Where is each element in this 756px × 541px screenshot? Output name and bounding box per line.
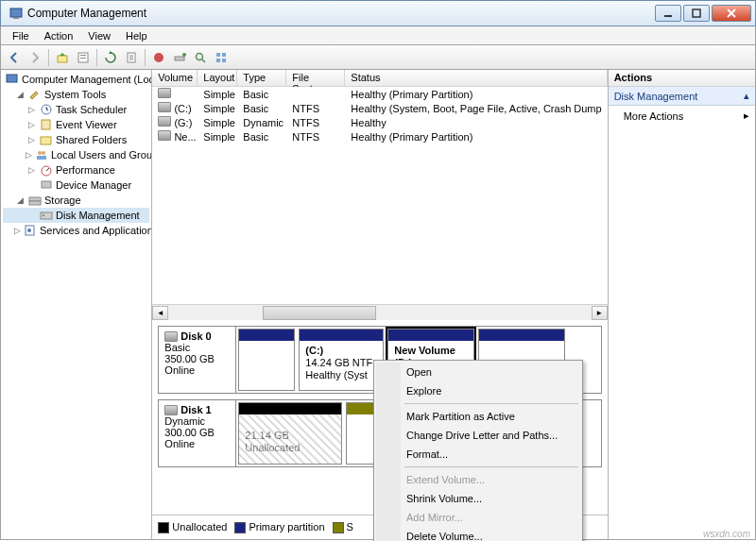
navigation-tree: Computer Management (Local ◢ System Tool… <box>1 70 152 539</box>
settings-button[interactable] <box>170 48 189 67</box>
tree-task-scheduler[interactable]: ▷ Task Scheduler <box>3 102 149 117</box>
cm-format[interactable]: Format... <box>376 445 580 464</box>
svg-rect-27 <box>29 201 41 205</box>
back-button[interactable] <box>5 48 24 67</box>
expander-icon[interactable]: ▷ <box>26 135 37 144</box>
disk-icon <box>164 405 178 415</box>
find-button[interactable] <box>191 48 210 67</box>
minimize-button[interactable] <box>655 5 681 22</box>
disk-header[interactable]: Disk 1 Dynamic 300.00 GB Online <box>159 400 236 466</box>
forward-button[interactable] <box>26 48 44 67</box>
menu-action[interactable]: Action <box>37 28 81 43</box>
tree-system-tools[interactable]: ◢ System Tools <box>3 87 149 102</box>
expander-icon[interactable]: ▷ <box>14 226 21 235</box>
expander-icon[interactable]: ▷ <box>26 120 37 129</box>
volume-row[interactable]: Simple Basic Healthy (Primary Partition) <box>152 87 607 101</box>
tree-performance[interactable]: ▷ Performance <box>3 162 149 178</box>
swatch-unallocated <box>158 522 169 533</box>
horizontal-scrollbar[interactable]: ◄ ► <box>152 304 607 320</box>
menu-file[interactable]: File <box>5 28 37 43</box>
disk-header[interactable]: Disk 0 Basic 350.00 GB Online <box>159 327 236 393</box>
expander-icon[interactable]: ▷ <box>26 105 37 114</box>
col-volume[interactable]: Volume <box>152 70 198 86</box>
wrench-icon <box>27 88 43 101</box>
col-layout[interactable]: Layout <box>198 70 237 86</box>
svg-rect-2 <box>664 15 672 17</box>
svg-point-11 <box>182 53 186 57</box>
context-menu: Open Explore Mark Partition as Active Ch… <box>373 360 583 541</box>
properties-button[interactable] <box>74 48 93 67</box>
drive-icon <box>158 102 171 112</box>
volume-row[interactable]: Ne... Simple Basic NTFS Healthy (Primary… <box>152 129 607 144</box>
tree-storage[interactable]: ◢ Storage <box>3 193 149 208</box>
tree-local-users[interactable]: ▷ Local Users and Groups <box>3 147 149 162</box>
partition[interactable] <box>238 329 295 391</box>
cm-open[interactable]: Open <box>376 363 580 381</box>
svg-point-21 <box>38 151 42 155</box>
drive-icon <box>158 116 171 127</box>
svg-point-9 <box>154 53 163 62</box>
tree-shared-folders[interactable]: ▷ Shared Folders <box>3 132 149 147</box>
svg-rect-23 <box>37 156 46 160</box>
svg-rect-3 <box>693 9 700 17</box>
scroll-right-button[interactable]: ► <box>592 306 608 320</box>
cm-add-mirror: Add Mirror... <box>376 508 580 527</box>
cm-explore[interactable]: Explore <box>376 381 580 400</box>
tree-disk-management[interactable]: Disk Management <box>3 208 149 223</box>
menu-bar: File Action View Help <box>0 26 756 45</box>
svg-rect-13 <box>216 53 220 57</box>
tree-root[interactable]: Computer Management (Local <box>3 72 149 87</box>
partition[interactable]: (C:)14.24 GB NTFHealthy (Syst <box>299 329 384 391</box>
actions-header: Actions <box>609 70 755 87</box>
svg-rect-19 <box>42 120 50 129</box>
tree-services[interactable]: ▷ Services and Applications <box>3 223 149 238</box>
swatch-primary <box>234 522 246 533</box>
scroll-left-button[interactable]: ◄ <box>152 306 168 320</box>
disk-icon <box>39 209 54 222</box>
actions-more[interactable]: More Actions ▸ <box>609 106 755 126</box>
volume-row[interactable]: (G:) Simple Dynamic NTFS Healthy <box>152 115 607 129</box>
close-button[interactable] <box>712 5 751 22</box>
cm-mark-active[interactable]: Mark Partition as Active <box>376 407 580 426</box>
svg-rect-20 <box>41 137 51 144</box>
maximize-button[interactable] <box>683 5 710 22</box>
col-status[interactable]: Status <box>345 70 607 86</box>
expander-icon[interactable]: ▷ <box>26 165 37 175</box>
expander-icon[interactable]: ◢ <box>14 90 26 99</box>
help-button[interactable] <box>149 48 168 67</box>
actions-group[interactable]: Disk Management ▴ <box>609 87 755 106</box>
menu-help[interactable]: Help <box>118 28 155 43</box>
svg-rect-16 <box>222 59 226 62</box>
up-button[interactable] <box>53 48 72 67</box>
partition-unallocated[interactable]: 21.14 GBUnallocated <box>238 402 342 465</box>
svg-point-22 <box>42 151 45 155</box>
window-title: Computer Management <box>27 7 655 20</box>
col-filesystem[interactable]: File System <box>286 70 345 86</box>
folder-icon <box>39 133 54 146</box>
performance-icon <box>39 163 54 177</box>
cm-shrink[interactable]: Shrink Volume... <box>376 489 580 508</box>
tree-event-viewer[interactable]: ▷ Event Viewer <box>3 117 149 132</box>
export-button[interactable] <box>122 48 141 67</box>
drive-icon <box>158 130 171 141</box>
scroll-thumb[interactable] <box>263 306 376 320</box>
svg-rect-14 <box>222 53 226 57</box>
tree-device-manager[interactable]: Device Manager <box>3 178 149 193</box>
volume-row[interactable]: (C:) Simple Basic NTFS Healthy (System, … <box>152 101 607 115</box>
svg-rect-0 <box>10 8 22 17</box>
cm-delete[interactable]: Delete Volume... <box>376 527 580 541</box>
svg-point-31 <box>27 228 31 232</box>
expander-icon[interactable]: ▷ <box>26 150 32 160</box>
options-button[interactable] <box>212 48 231 67</box>
collapse-icon: ▴ <box>744 90 749 102</box>
users-icon <box>34 148 49 161</box>
col-type[interactable]: Type <box>237 70 286 86</box>
watermark: wsxdn.com <box>703 529 750 539</box>
menu-view[interactable]: View <box>80 28 118 43</box>
expander-icon[interactable]: ◢ <box>14 195 26 205</box>
drive-icon <box>158 88 171 98</box>
svg-rect-15 <box>216 59 220 62</box>
refresh-button[interactable] <box>101 48 120 67</box>
svg-rect-4 <box>58 56 67 62</box>
cm-change-letter[interactable]: Change Drive Letter and Paths... <box>376 426 580 445</box>
